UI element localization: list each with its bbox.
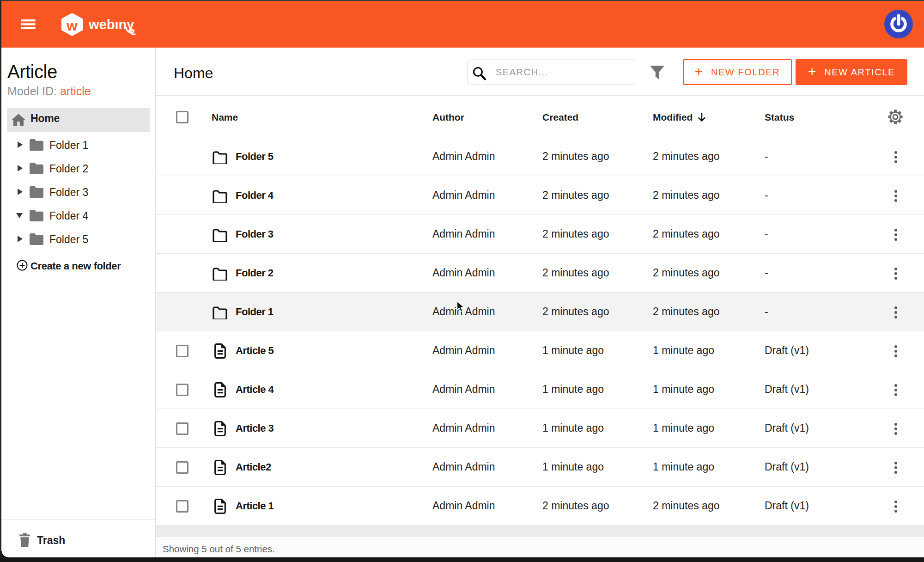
svg-text:w: w: [66, 18, 78, 33]
